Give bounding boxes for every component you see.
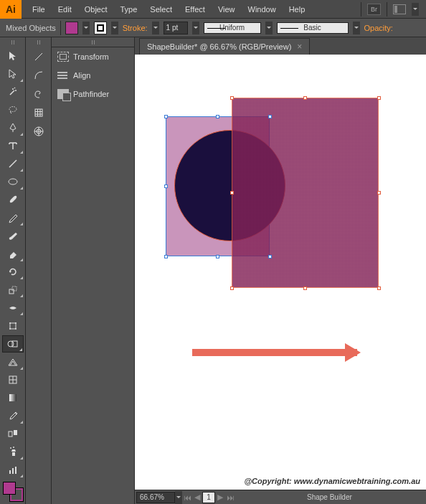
panel-align[interactable]: Align	[52, 66, 134, 85]
canvas[interactable]: @Copyright: www.dynamicwebtraining.com.a…	[135, 55, 426, 490]
menu-help[interactable]: Help	[283, 0, 312, 19]
eraser-tool[interactable]	[2, 246, 24, 262]
selection-handle[interactable]	[230, 96, 234, 100]
menu-edit[interactable]: Edit	[52, 0, 78, 19]
zoom-input[interactable]: 66.67%	[136, 492, 175, 503]
panel-pathfinder[interactable]: Pathfinder	[52, 85, 134, 103]
arrange-documents-dropdown[interactable]	[412, 3, 419, 16]
fill-color-icon[interactable]	[3, 482, 16, 495]
selection-tool[interactable]	[2, 47, 24, 64]
next-artboard-button[interactable]: ▶	[215, 492, 225, 503]
menu-effect[interactable]: Effect	[179, 0, 212, 19]
rectangular-grid-icon[interactable]	[28, 104, 49, 121]
fill-dropdown[interactable]	[82, 22, 90, 34]
arc-icon[interactable]	[28, 67, 49, 84]
brush-preview[interactable]: Basic	[277, 22, 349, 34]
menu-window[interactable]: Window	[242, 0, 283, 19]
column-graph-tool[interactable]	[2, 462, 24, 478]
tools-panel	[0, 37, 26, 504]
menu-file[interactable]: File	[26, 0, 52, 19]
selection-handle[interactable]	[377, 191, 381, 195]
arrange-documents-icon[interactable]	[393, 4, 406, 14]
svg-rect-3	[9, 289, 14, 294]
width-tool[interactable]	[2, 299, 24, 316]
svg-point-19	[10, 447, 11, 449]
zoom-dropdown[interactable]	[175, 491, 182, 504]
stroke-profile-dropdown[interactable]	[265, 22, 273, 34]
free-transform-tool[interactable]	[2, 317, 24, 334]
bridge-button[interactable]: Br	[367, 4, 381, 15]
gradient-tool[interactable]	[2, 390, 24, 406]
prev-artboard-button[interactable]: ◀	[192, 492, 202, 503]
svg-rect-21	[9, 470, 11, 474]
selection-handle[interactable]	[377, 96, 381, 100]
fill-swatch[interactable]	[65, 22, 78, 34]
panel-grip[interactable]	[0, 37, 25, 47]
opacity-label[interactable]: Opacity:	[364, 24, 393, 32]
selection-handle[interactable]	[230, 286, 234, 290]
panel-grip[interactable]	[26, 37, 51, 47]
menu-select[interactable]: Select	[143, 0, 179, 19]
perspective-grid-tool[interactable]	[2, 354, 24, 370]
eyedropper-tool[interactable]	[2, 408, 24, 424]
line-tool[interactable]	[2, 156, 24, 172]
ellipse-tool[interactable]	[2, 174, 24, 190]
selection-handle[interactable]	[230, 191, 234, 195]
selection-handle[interactable]	[164, 255, 168, 258]
tab-title: ShapeBuilder* @ 66.67% (RGB/Preview)	[147, 42, 291, 51]
menu-view[interactable]: View	[212, 0, 242, 19]
artwork-purple-rectangle[interactable]	[232, 98, 379, 288]
stroke-weight-stepper[interactable]	[152, 22, 159, 34]
menu-object[interactable]: Object	[78, 0, 114, 19]
selection-handle[interactable]	[303, 286, 307, 290]
selection-handle[interactable]	[216, 255, 219, 258]
mesh-tool[interactable]	[2, 372, 24, 388]
polar-grid-icon[interactable]	[28, 123, 49, 140]
selection-handle[interactable]	[377, 286, 381, 290]
close-icon[interactable]: ×	[297, 42, 302, 52]
selection-handle[interactable]	[268, 255, 272, 258]
divider	[387, 2, 387, 17]
artboard-number-input[interactable]	[202, 492, 215, 503]
type-tool[interactable]	[2, 138, 24, 154]
pen-tool[interactable]	[2, 120, 24, 136]
panel-transform[interactable]: Transform	[52, 47, 134, 66]
scale-tool[interactable]	[2, 281, 24, 298]
stroke-profile-preview[interactable]: Uniform	[204, 22, 261, 34]
spiral-icon[interactable]	[28, 85, 49, 103]
last-artboard-button[interactable]: ⏭	[225, 492, 235, 503]
selection-handle[interactable]	[303, 96, 307, 100]
magic-wand-tool[interactable]	[2, 84, 24, 101]
stroke-weight-input[interactable]	[164, 22, 188, 34]
stroke-label[interactable]: Stroke:	[123, 24, 148, 32]
shape-builder-tool[interactable]	[2, 335, 24, 352]
brush-dropdown[interactable]	[353, 22, 360, 34]
blend-tool[interactable]	[2, 426, 24, 442]
document-tab[interactable]: ShapeBuilder* @ 66.67% (RGB/Preview) ×	[139, 38, 310, 55]
first-artboard-button[interactable]: ⏮	[182, 492, 192, 503]
annotation-arrow	[192, 349, 357, 356]
symbol-sprayer-tool[interactable]	[2, 444, 24, 460]
panel-label: Pathfinder	[73, 90, 109, 98]
fill-stroke-indicator[interactable]	[3, 482, 23, 501]
blob-brush-tool[interactable]	[2, 228, 24, 244]
rotate-tool[interactable]	[2, 263, 24, 280]
panel-grip[interactable]	[52, 37, 134, 47]
divider	[361, 2, 361, 17]
selection-handle[interactable]	[164, 115, 168, 118]
line-segment-icon[interactable]	[28, 48, 49, 65]
selection-handle[interactable]	[164, 185, 168, 188]
svg-line-24	[35, 53, 42, 60]
stroke-weight-dropdown[interactable]	[192, 22, 199, 34]
lasso-tool[interactable]	[2, 102, 24, 118]
app-logo[interactable]: Ai	[0, 0, 22, 19]
stroke-dropdown[interactable]	[111, 22, 118, 34]
direct-selection-tool[interactable]	[2, 66, 24, 83]
stroke-swatch[interactable]	[94, 22, 107, 34]
status-bar: 66.67% ⏮ ◀ ▶ ⏭ Shape Builder	[135, 490, 426, 504]
menu-type[interactable]: Type	[114, 0, 144, 19]
selection-handle[interactable]	[268, 115, 272, 118]
pencil-tool[interactable]	[2, 210, 24, 226]
selection-handle[interactable]	[216, 115, 219, 118]
paintbrush-tool[interactable]	[2, 192, 24, 208]
